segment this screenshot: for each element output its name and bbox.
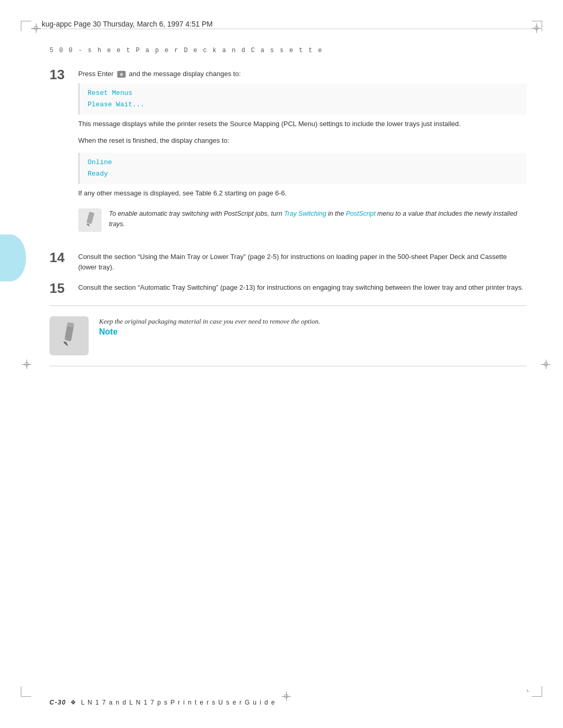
step-14-number: 14 (50, 251, 78, 264)
bottom-note-section: Keep the original packaging material in … (50, 316, 527, 355)
svg-marker-1 (87, 224, 90, 227)
code-line-1: Reset Menus (88, 88, 519, 99)
footer: C-30 ❖ L N 1 7 a n d L N 1 7 p s P r i n… (50, 699, 527, 706)
code-ready: Ready (88, 168, 519, 180)
step-13-intro-text: Press Enter (78, 70, 114, 78)
main-content: 5 0 0 - s h e e t P a p e r D e c k a n … (50, 47, 527, 377)
step-13-number: 13 (50, 68, 78, 81)
footer-page-num: C-30 (50, 699, 66, 706)
step-13-para3: If any other message is displayed, see T… (78, 188, 527, 199)
crop-mark-top-left (21, 21, 31, 31)
page-subtitle: 5 0 0 - s h e e t P a p e r D e c k a n … (50, 47, 527, 54)
step-13-intro2: and the message display changes to: (129, 70, 241, 78)
step-13-code2: Online Ready (78, 153, 527, 184)
step-15-number: 15 (50, 281, 78, 295)
step-14: 14 Consult the section “Using the Main T… (50, 252, 527, 272)
note-warning-icon (78, 208, 102, 232)
divider-after-note (50, 366, 527, 366)
footer-separator: ❖ (70, 699, 77, 706)
header-divider (31, 29, 532, 29)
step-13: 13 Press Enter and the message display c… (50, 69, 527, 241)
code-online: Online (88, 157, 519, 168)
divider-before-note (50, 305, 527, 306)
step-15-content: Consult the section “Automatic Tray Swit… (78, 282, 527, 293)
svg-rect-0 (86, 212, 94, 224)
svg-marker-5 (63, 341, 68, 347)
crop-mark-bottom-left (21, 686, 31, 697)
step-15: 15 Consult the section “Automatic Tray S… (50, 282, 527, 295)
note-large-icon (50, 316, 89, 355)
step-13-content: Press Enter and the message display chan… (78, 69, 527, 241)
note-italic-text: To enable automatic tray switching with … (109, 210, 517, 228)
footer-guide-title: L N 1 7 a n d L N 1 7 p s P r i n t e r … (81, 699, 276, 706)
note-body-text: Keep the original packaging material in … (99, 316, 527, 327)
step-13-intro: Press Enter and the message display chan… (78, 69, 527, 79)
step-14-text: Consult the section “Using the Main Tray… (78, 252, 527, 272)
step-13-key-icon (117, 71, 126, 78)
step-13-code1: Reset Menus Please Wait... (78, 83, 527, 115)
step-14-content: Consult the section “Using the Main Tray… (78, 252, 527, 272)
step-13-para2: When the reset is finished, the display … (78, 135, 527, 146)
note-content: Keep the original packaging material in … (99, 316, 527, 339)
page-container: kug-appc Page 30 Thursday, March 6, 1997… (0, 0, 563, 728)
step-13-note: To enable automatic tray switching with … (78, 208, 527, 232)
note-tray-switching: Tray Switching (284, 210, 326, 217)
decorative-blob (0, 235, 26, 281)
corner-arrow: ⌞ (527, 686, 529, 693)
crop-mark-bottom-right (532, 686, 542, 697)
step-15-text: Consult the section “Automatic Tray Swit… (78, 282, 527, 293)
step-13-para1: This message displays while the printer … (78, 119, 527, 130)
step-13-note-text: To enable automatic tray switching with … (109, 208, 527, 229)
note-postscript: PostScript (346, 210, 375, 217)
header-title: kug-appc Page 30 Thursday, March 6, 1997… (42, 20, 213, 28)
code-line-2: Please Wait... (88, 99, 519, 110)
note-label: Note (99, 327, 527, 337)
